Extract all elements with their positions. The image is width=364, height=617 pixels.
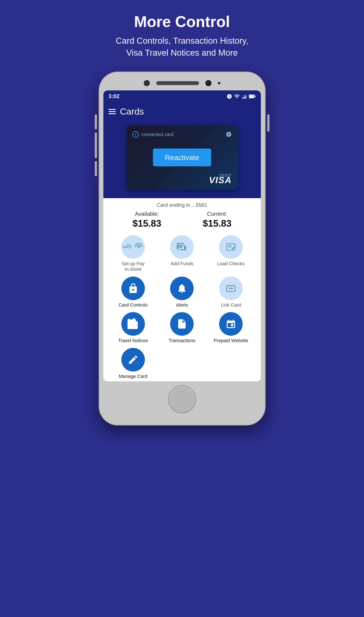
alerts-label: Alerts [176, 302, 188, 308]
phone-bottom [103, 381, 261, 419]
prepaid-website-item[interactable]: Prepaid Website [208, 312, 254, 343]
app-title: Cards [120, 107, 144, 117]
link-card-icon [225, 283, 236, 294]
manage-card-item[interactable]: Manage Card [110, 348, 157, 379]
travel-notices-item[interactable]: Travel Notices [110, 312, 157, 343]
battery-icon [249, 94, 256, 99]
prepaid-website-icon [225, 318, 236, 329]
travel-notices-icon-circle [121, 312, 145, 336]
card-controls-item[interactable]: Card Controls [110, 276, 157, 308]
add-funds-icon [176, 241, 187, 253]
prepaid-website-label: Prepaid Website [214, 338, 248, 343]
svg-rect-5 [249, 95, 254, 98]
sensor-dot [218, 82, 221, 84]
card-ending-text: Card ending in ...5561 [112, 202, 252, 208]
svg-rect-0 [242, 97, 243, 98]
pay-instore-icon-circle [121, 235, 145, 259]
card-controls-icon [128, 283, 139, 294]
hamburger-menu[interactable] [108, 109, 116, 114]
current-balance: Current: $15.83 [203, 211, 232, 229]
app-header: Cards [103, 102, 261, 121]
card-controls-label: Card Controls [118, 302, 148, 308]
alerts-item[interactable]: Alerts [158, 276, 206, 308]
page-header: More Control Card Controls, Transaction … [107, 0, 257, 67]
alarm-icon [227, 94, 232, 99]
svg-point-7 [138, 246, 140, 248]
load-checks-item[interactable]: Load Checks [208, 235, 254, 272]
pay-instore-label: Set up PayIn-Store [122, 261, 145, 272]
add-funds-item[interactable]: Add Funds [158, 235, 206, 272]
contactless-icon [226, 131, 232, 139]
alerts-icon [176, 283, 187, 294]
pay-instore-icon [133, 241, 144, 253]
manage-card-icon [128, 354, 139, 365]
card-section: connected card Reactivate DEBIT VISA [103, 121, 261, 198]
link-card-item[interactable]: Link Card [208, 276, 254, 308]
transactions-label: Transactions [169, 338, 195, 343]
page-title: More Control [116, 13, 248, 30]
card-visa-label: VISA [209, 175, 232, 185]
link-card-icon-circle [219, 276, 243, 300]
available-amount: $15.83 [132, 218, 161, 229]
status-time: 3:02 [108, 93, 120, 100]
transactions-item[interactable]: Transactions [158, 312, 206, 343]
card-logo-icon [132, 131, 139, 138]
prepaid-website-icon-circle [219, 312, 243, 336]
reactivate-button[interactable]: Reactivate [153, 149, 211, 166]
load-checks-icon [225, 241, 236, 253]
load-checks-icon-circle [219, 235, 243, 259]
speaker [156, 81, 199, 85]
svg-line-12 [231, 287, 231, 289]
page-subtitle: Card Controls, Transaction History, Visa… [116, 35, 248, 59]
power-button [267, 114, 269, 132]
available-label: Available: [132, 211, 161, 217]
balance-row: Available: $15.83 Current: $15.83 [112, 211, 252, 229]
phone-mockup: 3:02 [99, 71, 266, 425]
phone-screen: 3:02 [103, 90, 261, 381]
wifi-icon [234, 93, 240, 99]
card-brand-name: connected card [142, 132, 174, 137]
card-controls-icon-circle [121, 276, 145, 300]
alerts-icon-circle [170, 276, 194, 300]
signal-icon [242, 94, 247, 99]
credit-card: connected card Reactivate DEBIT VISA [127, 125, 238, 190]
available-balance: Available: $15.83 [132, 211, 161, 229]
contactless-pay-icon [122, 241, 133, 253]
add-funds-icon-circle [170, 235, 194, 259]
transactions-icon [176, 318, 187, 329]
manage-card-label: Manage Card [119, 374, 147, 379]
svg-rect-6 [255, 96, 256, 97]
svg-rect-3 [246, 95, 246, 98]
front-camera-right [206, 80, 211, 86]
link-card-label: Link Card [221, 302, 241, 308]
add-funds-label: Add Funds [170, 261, 193, 266]
balance-section: Card ending in ...5561 Available: $15.83… [103, 198, 261, 231]
manage-card-icon-circle [121, 348, 145, 371]
status-bar: 3:02 [103, 90, 261, 102]
phone-top-bar [103, 78, 261, 90]
svg-rect-1 [243, 97, 244, 99]
card-logo: connected card [132, 131, 232, 138]
home-button[interactable] [168, 385, 196, 413]
front-camera-left [144, 80, 150, 86]
current-amount: $15.83 [203, 218, 232, 229]
phone-frame: 3:02 [99, 71, 266, 425]
icons-grid: Set up PayIn-Store Add Funds [103, 231, 261, 381]
transactions-icon-circle [170, 312, 194, 336]
pay-instore-item[interactable]: Set up PayIn-Store [110, 235, 157, 272]
current-label: Current: [203, 211, 232, 217]
load-checks-label: Load Checks [217, 261, 245, 266]
travel-notices-icon [128, 318, 139, 329]
svg-rect-2 [244, 96, 245, 98]
status-icons [227, 93, 256, 99]
volume-buttons [95, 114, 97, 176]
travel-notices-label: Travel Notices [118, 338, 148, 343]
